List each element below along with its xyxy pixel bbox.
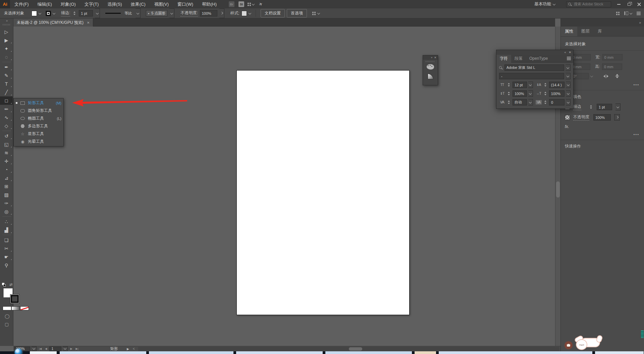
magic-wand-tool[interactable]: ✦ <box>0 44 13 53</box>
windows-start-orb[interactable] <box>15 349 22 354</box>
close-icon[interactable]: ✕ <box>569 51 571 54</box>
chevron-down-icon[interactable] <box>249 11 251 14</box>
stroke-stepper[interactable] <box>590 105 592 109</box>
font-size-field[interactable]: 12 pt <box>513 82 527 88</box>
font-family-dropdown[interactable] <box>566 64 571 71</box>
chevron-down-icon[interactable] <box>590 74 593 77</box>
artboard-dropdown[interactable] <box>63 346 68 351</box>
width-profile-dropdown[interactable] <box>136 8 141 18</box>
horizontal-scale-stepper[interactable] <box>544 92 546 95</box>
artboard-number-field[interactable]: 1 <box>49 347 61 351</box>
tracking-field[interactable]: 0 <box>549 99 565 105</box>
restore-button[interactable] <box>624 0 634 8</box>
first-artboard-icon[interactable]: |◀ <box>38 347 43 350</box>
height-field[interactable]: 0 mm <box>602 63 622 70</box>
vertical-scale-dropdown[interactable] <box>528 90 533 97</box>
hand-tool[interactable]: ☛ <box>0 253 13 261</box>
rotate-tool[interactable]: ↺ <box>0 132 13 140</box>
zoom-dropdown[interactable] <box>32 346 37 351</box>
appearance-more-options[interactable]: ••• <box>566 132 639 136</box>
stroke-swatch[interactable] <box>10 294 19 304</box>
swap-fill-stroke-icon[interactable]: ⇄ <box>9 282 12 287</box>
width-field[interactable]: 0 mm <box>602 54 623 60</box>
menu-edit[interactable]: 编辑(E) <box>33 0 56 8</box>
horizontal-scrollbar[interactable] <box>138 347 559 351</box>
collapse-dock-icon[interactable]: » <box>639 21 641 25</box>
tab-layers[interactable]: 图层 <box>577 27 594 36</box>
align-options-icon[interactable] <box>312 12 316 15</box>
fill-color-swatch[interactable] <box>32 11 37 16</box>
color-fill-button[interactable] <box>3 306 11 310</box>
tab-opentype[interactable]: OpenType <box>526 55 551 62</box>
line-segment-tool[interactable]: ╱ <box>0 88 13 96</box>
menu-type[interactable]: 文字(T) <box>80 0 103 8</box>
leading-field[interactable]: (14.4 ) <box>549 82 565 88</box>
pen-tool[interactable]: ✒ <box>0 63 13 71</box>
font-family-field[interactable]: Adobe 宋体 Std L <box>504 64 564 71</box>
paintbrush-tool[interactable]: ✏ <box>0 105 13 113</box>
opacity-field[interactable]: 100% <box>593 114 611 121</box>
dock-panels-icon[interactable] <box>624 11 632 15</box>
close-button[interactable] <box>634 0 644 8</box>
blend-tool[interactable]: ◎ <box>0 207 13 216</box>
taskbar-button[interactable] <box>414 351 436 354</box>
kerning-field[interactable]: 自动 <box>513 99 527 105</box>
preferences-button[interactable]: 首选项 <box>287 9 307 17</box>
puppet-warp-tool[interactable]: ✛ <box>0 157 13 165</box>
menu-select[interactable]: 选择(S) <box>103 0 126 8</box>
stroke-color-swatch[interactable] <box>46 11 51 16</box>
fill-label[interactable]: 填色 <box>573 94 581 100</box>
toolbar-expand-icon[interactable]: » <box>0 18 13 23</box>
kerning-dropdown[interactable] <box>528 99 533 105</box>
leading-dropdown[interactable] <box>566 82 571 88</box>
mascot-badge[interactable] <box>565 341 573 349</box>
artboard[interactable] <box>236 70 410 315</box>
direct-selection-tool[interactable]: ▶ <box>0 36 13 44</box>
menu-file[interactable]: 文件(F) <box>10 0 33 8</box>
menu-help[interactable]: 帮助(H) <box>198 0 221 8</box>
next-artboard-icon[interactable]: ▶ <box>69 347 73 350</box>
menu-object[interactable]: 对象(O) <box>56 0 80 8</box>
transform-more-options[interactable]: ••• <box>566 83 639 87</box>
symbol-sprayer-tool[interactable]: ∴ <box>0 217 13 226</box>
taskbar-button[interactable] <box>149 351 234 354</box>
font-size-dropdown[interactable] <box>528 82 533 88</box>
brush-dropdown[interactable] <box>169 8 174 18</box>
width-tool[interactable]: ≋ <box>0 148 13 157</box>
opacity-expand-button[interactable] <box>219 8 224 18</box>
last-artboard-icon[interactable]: ▶| <box>75 347 79 350</box>
panel-menu-icon[interactable] <box>567 57 571 60</box>
menu-effect[interactable]: 效果(C) <box>126 0 150 8</box>
tab-properties[interactable]: 属性 <box>561 27 577 36</box>
workspace-switcher[interactable]: 基本功能 <box>534 1 551 7</box>
flyout-item-rounded-rectangle[interactable]: 圆角矩形工具 <box>14 107 63 115</box>
document-setup-button[interactable]: 文档设置 <box>261 9 285 17</box>
scale-tool[interactable]: ◱ <box>0 140 13 148</box>
color-panel-icon[interactable] <box>427 64 434 70</box>
selection-tool[interactable]: ▷ <box>0 28 13 36</box>
chevron-down-icon[interactable] <box>317 11 320 14</box>
panel-menu-icon[interactable] <box>637 12 641 15</box>
tracking-dropdown[interactable] <box>566 99 571 105</box>
scroll-left-icon[interactable]: < <box>133 347 135 351</box>
flyout-item-flare[interactable]: ◉ 光晕工具 <box>14 138 63 145</box>
stroke-weight-field[interactable]: 1 pt <box>597 104 612 110</box>
chevron-down-icon[interactable] <box>252 2 255 5</box>
type-tool[interactable]: T <box>0 80 13 88</box>
flip-vertical-icon[interactable] <box>615 74 619 79</box>
default-fill-stroke-icon[interactable] <box>2 283 6 287</box>
taskbar-button[interactable] <box>30 351 57 354</box>
live-paint-bucket-tool[interactable]: ◔ <box>0 165 13 174</box>
stock-badge-icon[interactable]: St <box>238 1 244 7</box>
eyedropper-tool[interactable]: ✑ <box>0 199 13 207</box>
panel-grip[interactable] <box>426 61 435 62</box>
leading-stepper[interactable] <box>544 83 546 87</box>
font-size-stepper[interactable] <box>508 83 510 87</box>
status-flyout-icon[interactable]: ▶ <box>127 347 129 351</box>
gpu-performance-icon[interactable]: ✈ <box>258 1 264 7</box>
font-search-icon[interactable] <box>499 66 503 70</box>
mesh-tool[interactable]: ⊞ <box>0 182 13 190</box>
opacity-expand-button[interactable] <box>614 114 620 121</box>
tab-close-icon[interactable]: ✕ <box>87 21 90 25</box>
opacity-label[interactable]: 不透明度 <box>573 114 589 121</box>
